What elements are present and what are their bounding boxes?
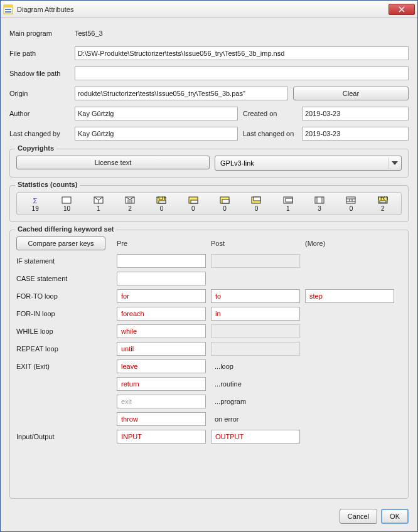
dialog-window: Diagram Attributes Main program Test56_3…: [0, 0, 418, 532]
stat-endless: 1: [272, 194, 304, 213]
case-label: CASE statement: [16, 275, 112, 282]
footer: Cancel OK: [9, 504, 409, 524]
origin-label: Origin: [9, 90, 70, 97]
case-pre-input[interactable]: [117, 272, 206, 285]
col-more-label: (More): [305, 240, 394, 247]
changed-by-input[interactable]: [75, 127, 238, 141]
shadow-path-input[interactable]: [75, 66, 409, 80]
content-area: Main program Test56_3 File path Shadow f…: [1, 18, 417, 531]
statistics-group: Statistics (counts) Σ 19 10 1 2: [9, 185, 409, 222]
stat-alternative: 1: [83, 194, 114, 213]
forin-post-input[interactable]: [211, 307, 300, 321]
stat-try: TRY 2: [367, 194, 399, 213]
license-combo-value: GPLv3-link: [220, 159, 389, 167]
col-post-label: Post: [211, 240, 300, 247]
svg-rect-25: [222, 200, 229, 203]
author-label: Author: [9, 110, 70, 117]
created-on-label: Created on: [243, 110, 297, 117]
compare-parser-keys-button[interactable]: Compare parser keys: [16, 237, 105, 250]
ok-button[interactable]: OK: [381, 509, 409, 524]
svg-rect-21: [159, 201, 166, 203]
stat-while: 0: [209, 194, 240, 213]
exit-return-input[interactable]: [117, 377, 206, 391]
changed-on-label: Last changed on: [243, 130, 297, 137]
svg-rect-2: [5, 9, 11, 10]
svg-rect-33: [346, 197, 355, 203]
svg-rect-23: [191, 200, 198, 203]
license-text-button[interactable]: License text: [16, 156, 210, 169]
exit-routine-text: ...routine: [211, 377, 300, 391]
exit-exit-input[interactable]: [117, 395, 206, 408]
stat-for: FOR 0: [146, 194, 177, 213]
copyrights-group: Copyrights License text GPLv3-link: [9, 149, 409, 178]
app-icon: [3, 4, 13, 14]
clear-button[interactable]: Clear: [293, 87, 409, 100]
cancel-button[interactable]: Cancel: [340, 509, 377, 524]
stat-call: 3: [304, 194, 335, 213]
chevron-down-icon: [389, 157, 400, 169]
stat-parallel: 0: [335, 194, 367, 213]
svg-marker-6: [392, 161, 398, 165]
author-input[interactable]: [75, 107, 238, 120]
stat-forin: 0: [178, 194, 209, 213]
shadow-path-label: Shadow file path: [9, 70, 70, 77]
exit-onerror-text: on error: [211, 412, 300, 426]
exit-loop-text: ...loop: [211, 359, 300, 373]
main-program-value: Test56_3: [75, 29, 103, 37]
close-button[interactable]: [389, 4, 415, 15]
io-label: Input/Output: [16, 433, 112, 440]
if-post-disabled: [211, 254, 300, 268]
exit-program-text: ...program: [211, 395, 300, 408]
forin-label: FOR-IN loop: [16, 310, 112, 317]
file-path-label: File path: [9, 50, 70, 57]
forto-label: FOR-TO loop: [16, 292, 112, 300]
svg-text:Σ: Σ: [33, 197, 38, 205]
svg-rect-8: [62, 197, 71, 203]
created-on-input[interactable]: [302, 107, 409, 120]
repeat-label: REPEAT loop: [16, 345, 112, 353]
svg-rect-30: [315, 197, 324, 203]
while-pre-input[interactable]: [117, 324, 206, 338]
forto-post-input[interactable]: [211, 289, 300, 303]
stat-repeat: 0: [240, 194, 272, 213]
license-combo[interactable]: GPLv3-link: [215, 156, 402, 171]
svg-rect-29: [286, 198, 292, 202]
exit-leave-input[interactable]: [117, 359, 206, 373]
repeat-post-disabled: [211, 342, 300, 356]
while-label: WHILE loop: [16, 327, 112, 335]
stat-case: 2: [114, 194, 146, 213]
statistics-bar: Σ 19 10 1 2 FOR 0: [16, 192, 402, 215]
forto-pre-input[interactable]: [117, 289, 206, 303]
if-label: IF statement: [16, 257, 112, 265]
forin-pre-input[interactable]: [117, 307, 206, 321]
titlebar: Diagram Attributes: [1, 1, 417, 18]
io-post-input[interactable]: [211, 430, 300, 444]
copyrights-title: Copyrights: [15, 144, 56, 152]
forto-more-input[interactable]: [305, 289, 394, 303]
window-title: Diagram Attributes: [17, 6, 389, 13]
svg-rect-27: [254, 197, 260, 201]
repeat-pre-input[interactable]: [117, 342, 206, 356]
main-program-label: Main program: [9, 29, 70, 37]
svg-rect-1: [4, 5, 13, 8]
exit-label: EXIT (Exit): [16, 363, 112, 370]
col-pre-label: Pre: [117, 240, 206, 247]
stat-sigma: Σ 19: [19, 194, 51, 213]
keywords-title: Cached differing keyword set: [15, 225, 116, 233]
keywords-group: Cached differing keyword set Compare par…: [9, 230, 409, 499]
origin-input[interactable]: [75, 87, 288, 100]
file-path-input[interactable]: [75, 46, 409, 60]
io-pre-input[interactable]: [117, 430, 206, 444]
statistics-title: Statistics (counts): [15, 181, 80, 188]
stat-instruction: 10: [51, 194, 82, 213]
exit-throw-input[interactable]: [117, 412, 206, 426]
if-pre-input[interactable]: [117, 254, 206, 268]
changed-by-label: Last changed by: [9, 130, 70, 137]
svg-rect-3: [5, 11, 11, 13]
changed-on-input[interactable]: [302, 127, 409, 141]
while-post-disabled: [211, 324, 300, 338]
svg-rect-40: [380, 201, 386, 203]
